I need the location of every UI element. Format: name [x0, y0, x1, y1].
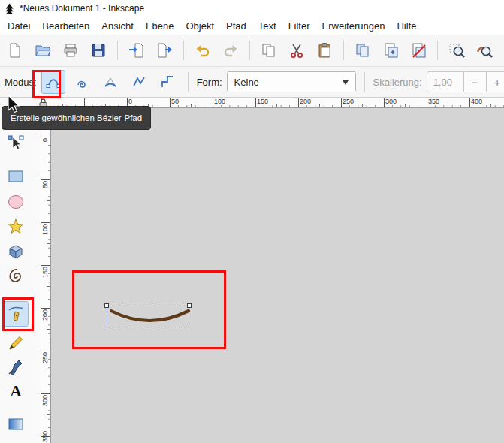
ruler-label: 100	[41, 224, 49, 235]
scale-spinbox: 1,00 − +	[427, 71, 504, 92]
open-button[interactable]	[30, 38, 56, 63]
print-button[interactable]	[58, 38, 83, 63]
command-toolbar	[0, 35, 504, 67]
annotation-box-drawn-path	[72, 270, 226, 349]
unlink-clone-button[interactable]	[406, 38, 431, 63]
paste-button[interactable]	[312, 38, 337, 63]
star-tool-icon	[7, 218, 25, 236]
new-document-button[interactable]	[2, 38, 28, 63]
menu-item-bearbeiten[interactable]: Bearbeiten	[36, 18, 95, 34]
ruler-label: 400	[471, 98, 482, 105]
ruler-label: 250	[343, 98, 354, 105]
redo-icon	[222, 42, 239, 59]
open-folder-icon	[35, 42, 51, 59]
ruler-label: 200	[41, 309, 49, 321]
text-tool-button[interactable]: A	[3, 378, 29, 404]
zoom-selection-icon	[448, 42, 465, 59]
cut-icon	[288, 42, 305, 59]
print-icon	[62, 42, 79, 59]
ruler-label: 0	[41, 138, 49, 142]
paste-icon	[316, 42, 333, 59]
menu-item-erweiterungen[interactable]: Erweiterungen	[316, 18, 391, 34]
mode-bspline-button[interactable]	[98, 70, 122, 94]
toolbar-separator	[437, 41, 438, 60]
scale-value[interactable]: 1,00	[427, 71, 464, 92]
ruler-label: 350	[41, 431, 49, 442]
toolbar-separator	[343, 41, 344, 60]
export-icon	[156, 42, 173, 59]
ruler-label: 350	[428, 98, 439, 105]
ellipse-tool-button[interactable]	[3, 189, 29, 215]
calligraphy-tool-icon	[7, 358, 25, 376]
ruler-label: 150	[257, 98, 268, 105]
calligraphy-tool-button[interactable]	[3, 354, 29, 380]
ruler-label: 300	[41, 395, 49, 406]
tooltip: Erstelle gewöhnlichen Bézier-Pfad	[2, 106, 151, 130]
clone-button[interactable]	[378, 38, 403, 63]
shape-dropdown[interactable]: Keine	[227, 71, 356, 92]
chevron-down-icon	[343, 80, 349, 88]
toolbar-separator	[188, 72, 189, 92]
tool-controls-bar: Modus: Form: Keine Skalierung: 1,00 − +	[0, 67, 504, 98]
duplicate-icon	[355, 42, 371, 59]
paraxial-segments-mode-icon	[160, 74, 175, 89]
titlebar: *Neues Dokument 1 - Inkscape	[0, 0, 504, 17]
mode-straight-segments-button[interactable]	[127, 70, 151, 94]
zoom-drawing-button[interactable]	[472, 38, 497, 63]
window-title: *Neues Dokument 1 - Inkscape	[20, 3, 144, 14]
cut-button[interactable]	[284, 38, 309, 63]
ruler-label: 50	[41, 181, 49, 188]
ruler-label: 50	[171, 98, 179, 105]
new-document-icon	[7, 42, 23, 59]
ruler-label: 300	[385, 98, 397, 105]
annotation-box-bezier-mode-button	[32, 70, 61, 98]
gradient-tool-button[interactable]	[3, 411, 29, 437]
scale-decrease-button[interactable]: −	[464, 71, 487, 92]
undo-icon	[195, 42, 211, 59]
menu-item-datei[interactable]: Datei	[2, 18, 36, 34]
menu-item-hilfe[interactable]: Hilfe	[391, 18, 422, 34]
menu-item-ebene[interactable]: Ebene	[140, 18, 180, 34]
menu-item-objekt[interactable]: Objekt	[180, 18, 220, 34]
toolbar-separator	[183, 41, 184, 60]
export-button[interactable]	[152, 38, 177, 63]
save-button[interactable]	[86, 38, 111, 63]
vertical-ruler[interactable]: 0 50 100 150 200 250 300 350	[41, 108, 51, 443]
import-button[interactable]	[124, 38, 149, 63]
star-tool-button[interactable]	[3, 214, 29, 240]
redo-button[interactable]	[218, 38, 243, 63]
toolbar-separator	[117, 41, 118, 60]
node-editor-tool-button[interactable]	[3, 131, 29, 156]
scale-increase-button[interactable]: +	[487, 71, 504, 92]
spiral-tool-button[interactable]	[3, 264, 29, 289]
annotation-box-pen-tool-button	[2, 297, 34, 331]
toolbar-separator	[249, 41, 250, 60]
pencil-tool-button[interactable]	[3, 330, 29, 356]
mode-paraxial-segments-button[interactable]	[155, 70, 180, 94]
zoom-selection-button[interactable]	[444, 38, 469, 63]
undo-button[interactable]	[190, 38, 216, 63]
zoom-drawing-icon	[476, 42, 493, 59]
copy-icon	[261, 42, 277, 59]
box-3d-tool-button[interactable]	[3, 239, 29, 264]
menubar: Datei Bearbeiten Ansicht Ebene Objekt Pf…	[0, 17, 504, 35]
duplicate-button[interactable]	[350, 38, 376, 63]
box-3d-tool-icon	[7, 243, 25, 261]
copy-button[interactable]	[256, 38, 282, 63]
rectangle-tool-button[interactable]	[3, 164, 29, 189]
import-icon	[128, 42, 145, 59]
bspline-mode-icon	[103, 74, 118, 89]
menu-item-text[interactable]: Text	[252, 18, 282, 34]
shape-label: Form:	[197, 77, 222, 88]
ellipse-tool-icon	[7, 193, 25, 211]
menu-item-ansicht[interactable]: Ansicht	[95, 18, 140, 34]
straight-segments-mode-icon	[131, 74, 146, 89]
menu-item-filter[interactable]: Filter	[282, 18, 316, 34]
ruler-label: 250	[41, 352, 49, 363]
menu-item-pfad[interactable]: Pfad	[220, 18, 252, 34]
ruler-label: 200	[300, 98, 311, 105]
text-tool-icon: A	[10, 384, 21, 399]
save-icon	[90, 42, 107, 59]
mode-spiro-button[interactable]	[70, 70, 94, 94]
toolbar-separator	[364, 72, 365, 92]
